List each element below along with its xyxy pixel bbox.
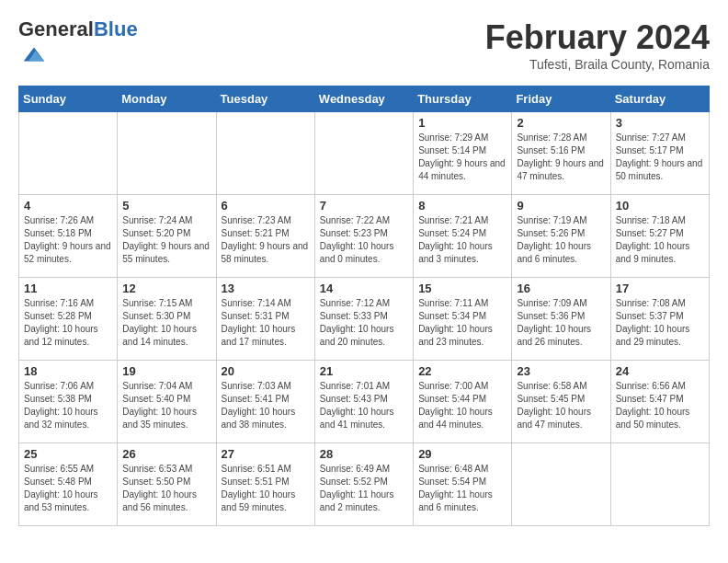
- day-number: 8: [418, 199, 506, 213]
- calendar-cell: 27Sunrise: 6:51 AMSunset: 5:51 PMDayligh…: [216, 443, 314, 526]
- day-info: Sunrise: 6:58 AMSunset: 5:45 PMDaylight:…: [517, 380, 605, 431]
- day-number: 23: [517, 364, 605, 378]
- day-info: Sunrise: 7:21 AMSunset: 5:24 PMDaylight:…: [418, 214, 506, 266]
- day-number: 13: [222, 282, 310, 295]
- day-number: 5: [122, 199, 210, 213]
- week-row-3: 11Sunrise: 7:16 AMSunset: 5:28 PMDayligh…: [19, 278, 710, 361]
- calendar-cell: 22Sunrise: 7:00 AMSunset: 5:44 PMDayligh…: [414, 361, 512, 443]
- calendar-cell: [19, 112, 118, 195]
- day-info: Sunrise: 7:26 AMSunset: 5:18 PMDaylight:…: [24, 214, 112, 266]
- week-row-5: 25Sunrise: 6:55 AMSunset: 5:48 PMDayligh…: [19, 443, 710, 526]
- calendar-cell: 10Sunrise: 7:18 AMSunset: 5:27 PMDayligh…: [610, 195, 709, 278]
- day-number: 6: [222, 199, 310, 213]
- week-row-1: 1Sunrise: 7:29 AMSunset: 5:14 PMDaylight…: [19, 112, 710, 195]
- day-number: 17: [616, 282, 704, 295]
- day-info: Sunrise: 7:04 AMSunset: 5:40 PMDaylight:…: [122, 380, 210, 431]
- calendar-cell: 2Sunrise: 7:28 AMSunset: 5:16 PMDaylight…: [512, 112, 610, 195]
- day-number: 20: [222, 364, 310, 378]
- day-number: 28: [320, 447, 408, 461]
- calendar-cell: 11Sunrise: 7:16 AMSunset: 5:28 PMDayligh…: [19, 278, 118, 361]
- day-number: 12: [122, 282, 210, 295]
- day-number: 18: [24, 364, 112, 378]
- weekday-header-monday: Monday: [118, 86, 216, 112]
- day-info: Sunrise: 7:27 AMSunset: 5:17 PMDaylight:…: [616, 132, 704, 183]
- day-number: 24: [616, 364, 704, 378]
- day-number: 19: [122, 364, 210, 378]
- calendar-table: SundayMondayTuesdayWednesdayThursdayFrid…: [18, 86, 710, 526]
- day-info: Sunrise: 7:19 AMSunset: 5:26 PMDaylight:…: [517, 214, 605, 266]
- day-info: Sunrise: 7:18 AMSunset: 5:27 PMDaylight:…: [616, 214, 704, 266]
- day-info: Sunrise: 7:28 AMSunset: 5:16 PMDaylight:…: [517, 132, 605, 183]
- week-row-4: 18Sunrise: 7:06 AMSunset: 5:38 PMDayligh…: [19, 361, 710, 443]
- day-info: Sunrise: 7:15 AMSunset: 5:30 PMDaylight:…: [122, 297, 210, 349]
- day-number: 15: [418, 282, 506, 295]
- day-number: 26: [122, 447, 210, 461]
- day-number: 2: [517, 116, 605, 130]
- weekday-header-wednesday: Wednesday: [314, 86, 413, 112]
- week-row-2: 4Sunrise: 7:26 AMSunset: 5:18 PMDaylight…: [19, 195, 710, 278]
- calendar-cell: 23Sunrise: 6:58 AMSunset: 5:45 PMDayligh…: [512, 361, 610, 443]
- day-info: Sunrise: 6:53 AMSunset: 5:50 PMDaylight:…: [122, 463, 210, 514]
- day-number: 22: [418, 364, 506, 378]
- calendar-cell: 28Sunrise: 6:49 AMSunset: 5:52 PMDayligh…: [314, 443, 413, 526]
- title-section: February 2024 Tufesti, Braila County, Ro…: [485, 18, 710, 72]
- logo-general-text: General: [18, 17, 94, 40]
- calendar-cell: 15Sunrise: 7:11 AMSunset: 5:34 PMDayligh…: [414, 278, 512, 361]
- day-info: Sunrise: 7:09 AMSunset: 5:36 PMDaylight:…: [517, 297, 605, 349]
- calendar-cell: 13Sunrise: 7:14 AMSunset: 5:31 PMDayligh…: [216, 278, 314, 361]
- calendar-cell: 17Sunrise: 7:08 AMSunset: 5:37 PMDayligh…: [610, 278, 709, 361]
- calendar-cell: 8Sunrise: 7:21 AMSunset: 5:24 PMDaylight…: [414, 195, 512, 278]
- page-header: GeneralBlue February 2024 Tufesti, Brail…: [18, 18, 710, 72]
- calendar-cell: 18Sunrise: 7:06 AMSunset: 5:38 PMDayligh…: [19, 361, 118, 443]
- day-info: Sunrise: 7:01 AMSunset: 5:43 PMDaylight:…: [320, 380, 408, 431]
- calendar-cell: 16Sunrise: 7:09 AMSunset: 5:36 PMDayligh…: [512, 278, 610, 361]
- day-number: 1: [418, 116, 506, 130]
- day-number: 21: [320, 364, 408, 378]
- logo-blue-text: Blue: [94, 17, 138, 40]
- day-info: Sunrise: 7:03 AMSunset: 5:41 PMDaylight:…: [222, 380, 310, 431]
- weekday-header-tuesday: Tuesday: [216, 86, 314, 112]
- calendar-cell: 19Sunrise: 7:04 AMSunset: 5:40 PMDayligh…: [118, 361, 216, 443]
- day-number: 4: [24, 199, 112, 213]
- calendar-cell: 7Sunrise: 7:22 AMSunset: 5:23 PMDaylight…: [314, 195, 413, 278]
- day-info: Sunrise: 7:22 AMSunset: 5:23 PMDaylight:…: [320, 214, 408, 266]
- day-info: Sunrise: 7:11 AMSunset: 5:34 PMDaylight:…: [418, 297, 506, 349]
- weekday-header-sunday: Sunday: [19, 86, 118, 112]
- day-number: 27: [222, 447, 310, 461]
- day-info: Sunrise: 7:06 AMSunset: 5:38 PMDaylight:…: [24, 380, 112, 431]
- day-info: Sunrise: 7:14 AMSunset: 5:31 PMDaylight:…: [222, 297, 310, 349]
- calendar-cell: 29Sunrise: 6:48 AMSunset: 5:54 PMDayligh…: [414, 443, 512, 526]
- day-info: Sunrise: 7:16 AMSunset: 5:28 PMDaylight:…: [24, 297, 112, 349]
- calendar-cell: 6Sunrise: 7:23 AMSunset: 5:21 PMDaylight…: [216, 195, 314, 278]
- calendar-cell: [118, 112, 216, 195]
- day-number: 25: [24, 447, 112, 461]
- weekday-header-friday: Friday: [512, 86, 610, 112]
- calendar-cell: 20Sunrise: 7:03 AMSunset: 5:41 PMDayligh…: [216, 361, 314, 443]
- calendar-cell: [610, 443, 709, 526]
- calendar-cell: 14Sunrise: 7:12 AMSunset: 5:33 PMDayligh…: [314, 278, 413, 361]
- calendar-cell: 21Sunrise: 7:01 AMSunset: 5:43 PMDayligh…: [314, 361, 413, 443]
- day-info: Sunrise: 6:56 AMSunset: 5:47 PMDaylight:…: [616, 380, 704, 431]
- weekday-header-row: SundayMondayTuesdayWednesdayThursdayFrid…: [19, 86, 710, 112]
- day-number: 14: [320, 282, 408, 295]
- day-number: 16: [517, 282, 605, 295]
- day-info: Sunrise: 7:00 AMSunset: 5:44 PMDaylight:…: [418, 380, 506, 431]
- day-info: Sunrise: 7:24 AMSunset: 5:20 PMDaylight:…: [122, 214, 210, 266]
- day-number: 7: [320, 199, 408, 213]
- calendar-cell: 26Sunrise: 6:53 AMSunset: 5:50 PMDayligh…: [118, 443, 216, 526]
- calendar-cell: 25Sunrise: 6:55 AMSunset: 5:48 PMDayligh…: [19, 443, 118, 526]
- weekday-header-thursday: Thursday: [414, 86, 512, 112]
- day-info: Sunrise: 7:12 AMSunset: 5:33 PMDaylight:…: [320, 297, 408, 349]
- calendar-cell: 12Sunrise: 7:15 AMSunset: 5:30 PMDayligh…: [118, 278, 216, 361]
- calendar-cell: [314, 112, 413, 195]
- day-number: 11: [24, 282, 112, 295]
- calendar-cell: 24Sunrise: 6:56 AMSunset: 5:47 PMDayligh…: [610, 361, 709, 443]
- day-info: Sunrise: 7:08 AMSunset: 5:37 PMDaylight:…: [616, 297, 704, 349]
- calendar-cell: [216, 112, 314, 195]
- weekday-header-saturday: Saturday: [610, 86, 709, 112]
- day-info: Sunrise: 7:23 AMSunset: 5:21 PMDaylight:…: [222, 214, 310, 266]
- day-number: 29: [418, 447, 506, 461]
- location-subtitle: Tufesti, Braila County, Romania: [485, 57, 710, 72]
- calendar-cell: 5Sunrise: 7:24 AMSunset: 5:20 PMDaylight…: [118, 195, 216, 278]
- day-info: Sunrise: 6:48 AMSunset: 5:54 PMDaylight:…: [418, 463, 506, 514]
